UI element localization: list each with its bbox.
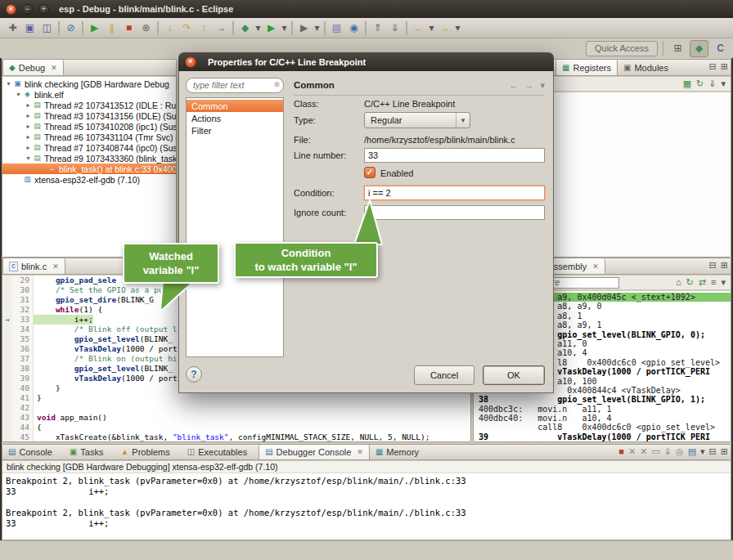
- suspend-icon[interactable]: ∥: [103, 20, 120, 37]
- debug-tree-item[interactable]: → blink_task() at blink.c:33 0x400db: [2, 164, 176, 174]
- expand-toggle-icon[interactable]: ▸: [24, 144, 33, 151]
- code-line[interactable]: 42: [2, 403, 470, 413]
- quick-access-button[interactable]: Quick Access: [586, 41, 658, 56]
- filter-input[interactable]: [186, 78, 284, 93]
- breakpoint-ruler[interactable]: [2, 393, 12, 403]
- debug-dropdown-icon[interactable]: ▾: [254, 20, 263, 37]
- remove-launch-icon[interactable]: ✕: [628, 447, 636, 456]
- breakpoint-ruler[interactable]: [2, 305, 12, 315]
- view-menu-icon[interactable]: ▾: [540, 80, 545, 91]
- close-icon[interactable]: ✕: [52, 262, 59, 271]
- previous-annotation-icon[interactable]: ⇑: [369, 20, 386, 37]
- breakpoint-ruler[interactable]: [2, 325, 12, 334]
- ignore-count-input[interactable]: [364, 205, 545, 220]
- dialog-nav-item[interactable]: Filter: [187, 124, 283, 137]
- tab-tasks[interactable]: ▣ Tasks: [64, 445, 115, 459]
- console-output[interactable]: Breakpoint 2, blink_task (pvParameter=0x…: [2, 473, 731, 540]
- breakpoint-ruler[interactable]: [2, 423, 12, 432]
- window-close-icon[interactable]: ×: [6, 4, 16, 15]
- refresh-icon[interactable]: ↻: [696, 79, 704, 88]
- maximize-icon[interactable]: ⊞: [721, 261, 728, 270]
- breakpoint-ruler[interactable]: [2, 403, 12, 413]
- maximize-icon[interactable]: ⊞: [721, 447, 728, 456]
- view-menu-icon[interactable]: ▾: [721, 278, 726, 287]
- ok-button[interactable]: OK: [483, 365, 545, 385]
- separator[interactable]: [324, 21, 326, 35]
- separator[interactable]: [82, 21, 83, 35]
- debug-tree-item[interactable]: ▸ ▤ Thread #2 1073413512 (IDLE : Runn: [2, 100, 176, 110]
- tab-registers[interactable]: ▦ Registers: [555, 60, 618, 75]
- breakpoint-ruler[interactable]: [2, 364, 12, 374]
- separator[interactable]: [157, 21, 159, 35]
- cpp-perspective-icon[interactable]: C: [711, 40, 730, 57]
- debug-tree-item[interactable]: ▾ ◈ blink.elf: [2, 89, 176, 100]
- tab-debug[interactable]: ◆ Debug ✕: [2, 60, 64, 75]
- tab-modules[interactable]: ▣ Modules: [618, 60, 674, 75]
- minimize-icon[interactable]: ⊟: [709, 62, 717, 71]
- window-minimize-icon[interactable]: −: [22, 4, 33, 15]
- dialog-close-icon[interactable]: ×: [185, 56, 196, 68]
- breakpoint-ruler[interactable]: [2, 432, 12, 441]
- instruction-stepping-icon[interactable]: →: [213, 20, 230, 37]
- forward-icon[interactable]: →: [436, 20, 453, 37]
- display-console-icon[interactable]: ▤: [688, 447, 696, 456]
- breakpoint-ruler[interactable]: [2, 334, 12, 344]
- new-cpp-file-icon[interactable]: ▤: [328, 20, 345, 37]
- run-dropdown-icon[interactable]: ▾: [280, 20, 289, 37]
- separator[interactable]: [365, 21, 366, 35]
- save-icon[interactable]: ▣: [21, 20, 38, 37]
- code-line[interactable]: 44 {: [2, 423, 470, 432]
- tab-problems[interactable]: ▲ Problems: [115, 445, 181, 459]
- debug-icon[interactable]: ◆: [236, 20, 254, 37]
- back-icon[interactable]: ←: [410, 20, 427, 37]
- clear-filter-icon[interactable]: ⊗: [273, 80, 280, 88]
- view-menu-icon[interactable]: ▾: [721, 79, 726, 88]
- step-return-icon[interactable]: ↑: [196, 20, 213, 37]
- show-source-icon[interactable]: ≡: [711, 278, 716, 287]
- breakpoint-ruler[interactable]: [2, 354, 12, 364]
- dialog-nav-item[interactable]: Actions: [187, 112, 283, 124]
- external-tools-icon[interactable]: ▶: [295, 20, 313, 37]
- expand-toggle-icon[interactable]: ▸: [24, 133, 33, 141]
- cancel-button[interactable]: Cancel: [414, 365, 474, 385]
- step-into-icon[interactable]: ↓: [161, 20, 178, 37]
- asm-line[interactable]: 400dbc40: movi.n a10, 4: [479, 414, 731, 423]
- debug-tree-item[interactable]: ▥ xtensa-esp32-elf-gdb (7.10): [2, 174, 176, 185]
- refresh-icon[interactable]: ↻: [686, 278, 694, 287]
- console-menu-icon[interactable]: ▾: [700, 447, 705, 456]
- back-icon[interactable]: ←: [509, 80, 518, 91]
- expand-toggle-icon[interactable]: ▾: [14, 91, 23, 98]
- type-dropdown[interactable]: Regular ▾: [364, 112, 470, 128]
- terminate-icon[interactable]: ■: [120, 20, 137, 37]
- line-number-input[interactable]: [364, 148, 545, 163]
- expand-toggle-icon[interactable]: ▸: [24, 123, 33, 130]
- breakpoint-ruler[interactable]: [2, 295, 12, 305]
- sync-icon[interactable]: ⇄: [699, 278, 706, 287]
- breakpoint-ruler[interactable]: [2, 276, 12, 285]
- clear-console-icon[interactable]: ▭: [651, 447, 659, 456]
- export-icon[interactable]: ⇓: [708, 79, 716, 88]
- layout-icon[interactable]: ▦: [683, 79, 691, 88]
- terminate-icon[interactable]: ■: [618, 447, 624, 456]
- code-line[interactable]: 41 }: [2, 393, 470, 403]
- separator[interactable]: [58, 21, 60, 35]
- close-icon[interactable]: ✕: [592, 262, 599, 271]
- condition-input[interactable]: [364, 186, 545, 200]
- resume-icon[interactable]: ▶: [86, 20, 103, 37]
- home-icon[interactable]: ⌂: [676, 278, 681, 287]
- step-over-icon[interactable]: ↷: [178, 20, 196, 37]
- run-icon[interactable]: ▶: [263, 20, 280, 37]
- separator[interactable]: [406, 21, 407, 35]
- asm-line[interactable]: call8 0x400dc6c0 <gpio_set_level>: [479, 423, 731, 432]
- forward-icon[interactable]: →: [524, 80, 533, 91]
- separator[interactable]: [291, 21, 293, 35]
- minimize-icon[interactable]: ⊟: [709, 447, 717, 456]
- save-all-icon[interactable]: ◫: [38, 20, 56, 37]
- breakpoint-ruler[interactable]: [2, 383, 12, 393]
- debug-tree-item[interactable]: ▾ ▤ Thread #9 1073433360 (blink_task: [2, 153, 176, 164]
- remove-all-launches-icon[interactable]: ✕: [640, 447, 647, 456]
- window-maximize-icon[interactable]: +: [38, 4, 49, 15]
- dialog-nav-item[interactable]: Common: [187, 100, 283, 112]
- code-line[interactable]: 43 void app_main(): [2, 413, 470, 423]
- back-dropdown-icon[interactable]: ▾: [427, 20, 436, 37]
